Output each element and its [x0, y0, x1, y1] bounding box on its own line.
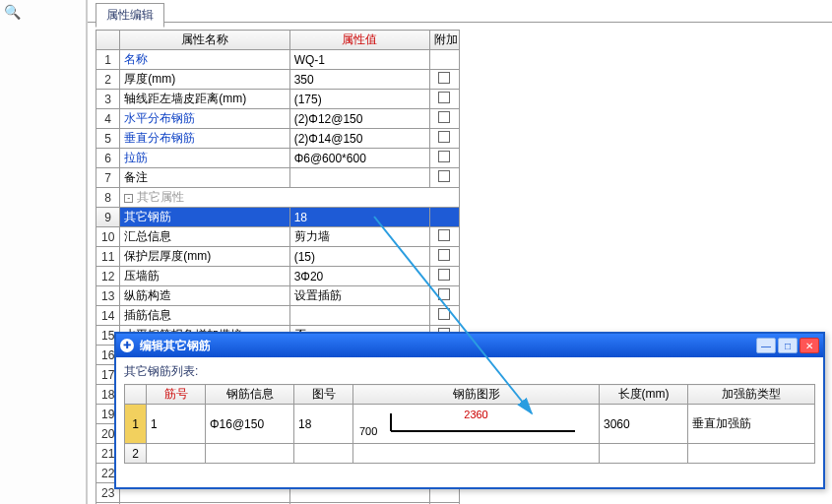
property-row[interactable]: 3轴线距左墙皮距离(mm)(175)	[96, 90, 460, 109]
collapse-icon[interactable]: -	[124, 194, 133, 203]
rebar-shape-icon	[383, 411, 580, 435]
rebar-shapeno[interactable]: 18	[294, 405, 353, 444]
checkbox-icon[interactable]	[438, 229, 450, 241]
property-row[interactable]: 11保护层厚度(mm)(15)	[96, 247, 460, 267]
rebar-info[interactable]: Φ16@150	[206, 405, 294, 444]
rebar-rownum: 2	[125, 444, 147, 464]
prop-extra-checkbox-cell[interactable]	[429, 129, 459, 149]
maximize-button[interactable]: □	[778, 338, 798, 353]
tab-property-edit[interactable]: 属性编辑	[96, 3, 164, 28]
row-number: 14	[96, 306, 120, 326]
close-button[interactable]: ✕	[800, 338, 819, 353]
checkbox-icon[interactable]	[438, 92, 450, 103]
row-number: 7	[96, 168, 120, 188]
prop-name: 备注	[120, 168, 289, 188]
rebar-row-2[interactable]: 2	[125, 444, 815, 464]
prop-name: 厚度(mm)	[120, 70, 289, 90]
prop-name: 其它钢筋	[120, 208, 289, 227]
checkbox-icon[interactable]	[438, 288, 450, 300]
prop-value[interactable]: 350	[289, 70, 429, 90]
prop-extra-checkbox-cell[interactable]	[429, 286, 459, 306]
dialog-titlebar[interactable]: ✚ 编辑其它钢筋 — □ ✕	[116, 334, 823, 357]
prop-value[interactable]	[289, 306, 429, 326]
prop-value[interactable]: Φ6@600*600	[289, 149, 429, 168]
checkbox-icon[interactable]	[438, 72, 450, 84]
row-number: 13	[96, 286, 120, 306]
row-number: 10	[96, 227, 120, 247]
dialog-body: 其它钢筋列表: 筋号 钢筋信息 图号 钢筋图形 长度(mm) 加强筋类型 1	[116, 357, 823, 470]
rebar-row-1[interactable]: 1 1 Φ16@150 18 700 2360 3060 垂直加强筋	[125, 405, 815, 444]
prop-value[interactable]	[289, 168, 429, 188]
prop-value[interactable]: (15)	[289, 247, 429, 267]
property-row[interactable]: 10汇总信息剪力墙	[96, 227, 460, 247]
property-row[interactable]: 2厚度(mm)350	[96, 70, 460, 90]
property-row[interactable]: 9其它钢筋18	[96, 208, 460, 227]
property-row[interactable]: 12压墙筋3Φ20	[96, 267, 460, 286]
row-number: 12	[96, 267, 120, 286]
sub-col-info: 钢筋信息	[206, 385, 294, 405]
prop-extra-checkbox-cell[interactable]	[429, 149, 459, 168]
prop-name: 拉筋	[120, 149, 289, 168]
row-number: 8	[96, 188, 120, 208]
property-row[interactable]: 14插筋信息	[96, 306, 460, 326]
prop-extra-checkbox-cell[interactable]	[429, 247, 459, 267]
list-label: 其它钢筋列表:	[124, 363, 815, 380]
prop-value[interactable]: (2)Φ12@150	[289, 109, 429, 129]
checkbox-icon[interactable]	[438, 249, 450, 261]
prop-extra-checkbox-cell[interactable]	[429, 50, 459, 70]
checkbox-icon[interactable]	[438, 308, 450, 320]
property-row[interactable]: 8-其它属性	[96, 188, 460, 208]
prop-extra-checkbox-cell[interactable]	[429, 306, 459, 326]
prop-extra-checkbox-cell[interactable]	[429, 208, 459, 227]
rebar-list-grid[interactable]: 筋号 钢筋信息 图号 钢筋图形 长度(mm) 加强筋类型 1 1 Φ16@150…	[124, 384, 815, 464]
prop-name: 水平分布钢筋	[120, 109, 289, 129]
rebar-type[interactable]: 垂直加强筋	[688, 405, 815, 444]
row-number: 4	[96, 109, 120, 129]
prop-extra-checkbox-cell[interactable]	[429, 109, 459, 129]
prop-extra-checkbox-cell[interactable]	[429, 227, 459, 247]
property-row[interactable]: 6拉筋Φ6@600*600	[96, 149, 460, 168]
rebar-shape-cell[interactable]: 700 2360	[353, 405, 600, 444]
checkbox-icon[interactable]	[438, 111, 450, 123]
property-row[interactable]: 5垂直分布钢筋(2)Φ14@150	[96, 129, 460, 149]
row-number: 3	[96, 90, 120, 109]
rebar-rownum: 1	[125, 405, 147, 444]
prop-extra-checkbox-cell[interactable]	[429, 168, 459, 188]
sub-col-type: 加强筋类型	[688, 385, 815, 405]
prop-value[interactable]: 3Φ20	[289, 267, 429, 286]
prop-extra-checkbox-cell[interactable]	[429, 267, 459, 286]
prop-name: 垂直分布钢筋	[120, 129, 289, 149]
row-number: 5	[96, 129, 120, 149]
checkbox-icon[interactable]	[438, 269, 450, 281]
prop-name: 压墙筋	[120, 267, 289, 286]
property-row[interactable]: 13纵筋构造设置插筋	[96, 286, 460, 306]
col-name: 属性名称	[120, 31, 289, 50]
rebar-length[interactable]: 3060	[600, 405, 688, 444]
group-label[interactable]: -其它属性	[120, 188, 460, 208]
prop-value[interactable]: (175)	[289, 90, 429, 109]
prop-value[interactable]: WQ-1	[289, 50, 429, 70]
dialog-edit-other-rebar: ✚ 编辑其它钢筋 — □ ✕ 其它钢筋列表: 筋号 钢筋信息 图号 钢筋图形 长…	[114, 332, 825, 489]
prop-value[interactable]: (2)Φ14@150	[289, 129, 429, 149]
sub-col-rownum	[125, 385, 147, 405]
sub-col-length: 长度(mm)	[600, 385, 688, 405]
col-rownum	[96, 31, 120, 50]
prop-value[interactable]: 18	[289, 208, 429, 227]
property-row[interactable]: 1名称WQ-1	[96, 50, 460, 70]
search-icon[interactable]: 🔍	[4, 4, 20, 20]
checkbox-icon[interactable]	[438, 151, 450, 162]
property-row[interactable]: 4水平分布钢筋(2)Φ12@150	[96, 109, 460, 129]
minimize-button[interactable]: —	[756, 338, 776, 353]
row-number: 9	[96, 208, 120, 227]
property-row[interactable]: 7备注	[96, 168, 460, 188]
prop-name: 纵筋构造	[120, 286, 289, 306]
prop-extra-checkbox-cell[interactable]	[429, 90, 459, 109]
rebar-num[interactable]: 1	[147, 405, 206, 444]
checkbox-icon[interactable]	[438, 170, 450, 182]
prop-value[interactable]: 设置插筋	[289, 286, 429, 306]
col-value: 属性值	[289, 31, 429, 50]
checkbox-icon[interactable]	[438, 131, 450, 143]
prop-value[interactable]: 剪力墙	[289, 227, 429, 247]
prop-name: 插筋信息	[120, 306, 289, 326]
prop-extra-checkbox-cell[interactable]	[429, 70, 459, 90]
